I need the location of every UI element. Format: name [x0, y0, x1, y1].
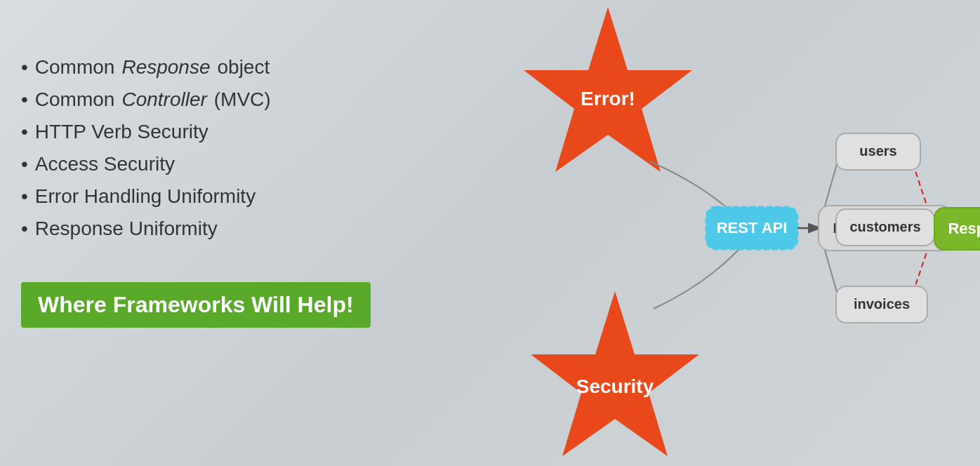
diagram: Error! Security REST API Base Controller: [446, 0, 980, 466]
users-label: users: [859, 143, 896, 159]
error-star: Error!: [524, 7, 692, 172]
security-star: Security: [531, 291, 699, 456]
svg-text:Error!: Error!: [581, 88, 635, 109]
response-label: Response: [948, 220, 980, 237]
list-item-2: Common Controller (MVC): [21, 88, 372, 111]
footer-banner: Where Frameworks Will Help!: [21, 282, 371, 328]
list-item-1: Common Response object: [21, 56, 372, 79]
list-item-6: Response Uniformity: [21, 218, 372, 240]
left-panel: Common Response object Common Controller…: [21, 56, 372, 328]
customers-label: customers: [849, 219, 920, 234]
invoices-label: invoices: [854, 296, 910, 312]
list-item-4: Access Security: [21, 153, 372, 175]
rest-api-label: REST API: [717, 219, 788, 237]
svg-marker-2: [531, 291, 699, 456]
list-item-3: HTTP Verb Security: [21, 121, 372, 143]
list-item-5: Error Handling Uniformity: [21, 185, 372, 208]
bullet-list: Common Response object Common Controller…: [21, 56, 372, 240]
svg-text:Security: Security: [576, 375, 654, 397]
